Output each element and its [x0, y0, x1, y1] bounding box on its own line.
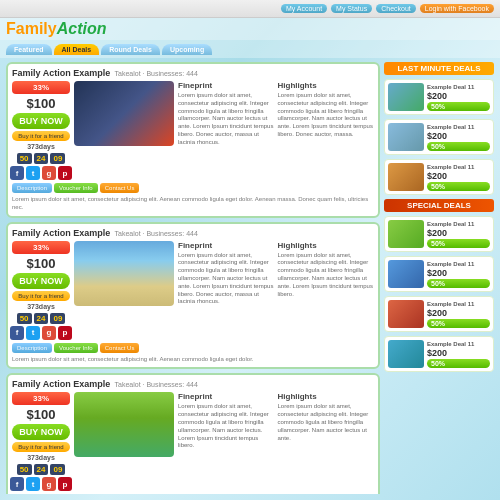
deal-1-tab-contact[interactable]: Contact Us: [100, 183, 140, 193]
deal-card-1: Family Action Example Takealot · Busines…: [6, 62, 380, 218]
deal-3-gift-button[interactable]: Buy it for a friend: [12, 442, 70, 452]
deal-3-timer-m: 24: [34, 464, 49, 475]
special-deal-3-image: [388, 300, 424, 328]
deal-3-title: Family Action Example: [12, 379, 110, 389]
special-deal-4-badge: 50%: [427, 359, 490, 368]
deal-2-twitter-icon[interactable]: t: [26, 326, 40, 340]
deal-1-timer-m: 24: [34, 153, 49, 164]
deal-2-gift-button[interactable]: Buy it for a friend: [12, 291, 70, 301]
tab-upcoming[interactable]: Upcoming: [162, 44, 212, 55]
deal-2-fineprint-text: Lorem ipsum dolor sit amet, consectetur …: [178, 252, 275, 307]
deal-3-facebook-icon[interactable]: f: [10, 477, 24, 491]
deal-1-fineprint: Fineprint Lorem ipsum dolor sit amet, co…: [178, 81, 275, 180]
special-deal-1-badge: 50%: [427, 239, 490, 248]
logo-family-text: Family: [6, 20, 57, 37]
deal-1-gift-button[interactable]: Buy it for a friend: [12, 131, 70, 141]
deal-1-discount-badge: 33%: [12, 81, 70, 94]
deal-2-social: f t g p: [10, 326, 72, 340]
login-facebook-button[interactable]: Login with Facebook: [420, 4, 494, 13]
special-deal-3-label: Example Deal 11: [427, 301, 490, 307]
deal-3-fineprint-title: Fineprint: [178, 392, 275, 401]
deal-2-timer-h: 50: [17, 313, 32, 324]
deal-1-buy-now-button[interactable]: BUY NOW: [12, 113, 70, 129]
deal-3-text-col: Fineprint Lorem ipsum dolor sit amet, co…: [178, 392, 374, 491]
twitter-icon[interactable]: t: [26, 166, 40, 180]
logo-bar: FamilyAction: [0, 18, 500, 40]
deal-3-discount-badge: 33%: [12, 392, 70, 405]
special-deal-3-price: $200: [427, 308, 490, 318]
deal-3-pinterest-icon[interactable]: p: [58, 477, 72, 491]
googleplus-icon[interactable]: g: [42, 166, 56, 180]
deal-card-2: Family Action Example Takealot · Busines…: [6, 222, 380, 370]
last-minute-deal-2-price: $200: [427, 131, 490, 141]
last-minute-deal-1: Example Deal 11 $200 50%: [384, 79, 494, 115]
logo-action-text: Action: [57, 20, 107, 37]
deal-3-googleplus-icon[interactable]: g: [42, 477, 56, 491]
deal-2-timer-s: 09: [50, 313, 65, 324]
special-deal-4-price: $200: [427, 348, 490, 358]
deal-3-social: f t g p: [10, 477, 72, 491]
deal-3-highlights: Highlights Lorem ipsum dolor sit amet, c…: [278, 392, 375, 491]
deal-2-tab-voucher[interactable]: Voucher Info: [54, 343, 98, 353]
deal-1-tab-description[interactable]: Description: [12, 183, 52, 193]
deal-2-pricing-col: 33% $100 BUY NOW Buy it for a friend 373…: [12, 241, 70, 340]
special-deal-4-image: [388, 340, 424, 368]
facebook-icon[interactable]: f: [10, 166, 24, 180]
sidebar-right: LAST MINUTE DEALS Example Deal 11 $200 5…: [384, 62, 494, 494]
deal-1-tab-voucher[interactable]: Voucher Info: [54, 183, 98, 193]
special-deal-4: Example Deal 11 $200 50%: [384, 336, 494, 372]
deal-3-buy-now-button[interactable]: BUY NOW: [12, 424, 70, 440]
last-minute-deal-3: Example Deal 11 $200 50%: [384, 159, 494, 195]
content-area: Family Action Example Takealot · Busines…: [0, 58, 500, 498]
page-wrapper: My Account My Status Checkout Login with…: [0, 0, 500, 500]
last-minute-deal-1-badge: 50%: [427, 102, 490, 111]
last-minute-deal-2-info: Example Deal 11 $200 50%: [427, 124, 490, 151]
deal-1-pricing-col: 33% $100 BUY NOW Buy it for a friend 373…: [12, 81, 70, 180]
deal-2-tab-contact[interactable]: Contact Us: [100, 343, 140, 353]
last-minute-deal-1-label: Example Deal 11: [427, 84, 490, 90]
deal-1-timer: 50 24 09: [17, 153, 66, 164]
deal-3-pricing-col: 33% $100 BUY NOW Buy it for a friend 373…: [12, 392, 70, 491]
site-logo: FamilyAction: [6, 20, 106, 38]
tab-all-deals[interactable]: All Deals: [54, 44, 100, 55]
deal-1-price: $100: [27, 96, 56, 111]
last-minute-deal-2-label: Example Deal 11: [427, 124, 490, 130]
deal-2-highlights: Highlights Lorem ipsum dolor sit amet, c…: [278, 241, 375, 340]
last-minute-deals-title: LAST MINUTE DEALS: [384, 62, 494, 75]
deal-1-social: f t g p: [10, 166, 72, 180]
deal-2-googleplus-icon[interactable]: g: [42, 326, 56, 340]
special-deal-3: Example Deal 11 $200 50%: [384, 296, 494, 332]
tab-featured[interactable]: Featured: [6, 44, 52, 55]
tab-round-deals[interactable]: Round Deals: [101, 44, 160, 55]
my-status-button[interactable]: My Status: [331, 4, 372, 13]
deal-1-text-col: Fineprint Lorem ipsum dolor sit amet, co…: [178, 81, 374, 180]
my-account-button[interactable]: My Account: [281, 4, 327, 13]
main-navigation: Featured All Deals Round Deals Upcoming: [0, 40, 500, 58]
pinterest-icon[interactable]: p: [58, 166, 72, 180]
deal-3-fineprint: Fineprint Lorem ipsum dolor sit amet, co…: [178, 392, 275, 491]
deal-1-highlights: Highlights Lorem ipsum dolor sit amet, c…: [278, 81, 375, 180]
special-deal-4-label: Example Deal 11: [427, 341, 490, 347]
deal-1-days-left: 373days: [27, 143, 55, 150]
special-deal-3-info: Example Deal 11 $200 50%: [427, 301, 490, 328]
deal-2-highlights-title: Highlights: [278, 241, 375, 250]
special-deal-2-label: Example Deal 11: [427, 261, 490, 267]
last-minute-deal-3-price: $200: [427, 171, 490, 181]
special-deal-1-label: Example Deal 11: [427, 221, 490, 227]
checkout-button[interactable]: Checkout: [376, 4, 416, 13]
deal-2-facebook-icon[interactable]: f: [10, 326, 24, 340]
deal-1-sub: Takealot · Businesses: 444: [113, 70, 198, 77]
deal-2-title: Family Action Example: [12, 228, 110, 238]
last-minute-deal-2: Example Deal 11 $200 50%: [384, 119, 494, 155]
deal-2-body: 33% $100 BUY NOW Buy it for a friend 373…: [12, 241, 374, 340]
deal-3-timer-h: 50: [17, 464, 32, 475]
deal-2-pinterest-icon[interactable]: p: [58, 326, 72, 340]
deal-1-highlights-text: Lorem ipsum dolor sit amet, consectetur …: [278, 92, 375, 139]
deal-3-twitter-icon[interactable]: t: [26, 477, 40, 491]
deal-2-tab-description[interactable]: Description: [12, 343, 52, 353]
special-deal-1-price: $200: [427, 228, 490, 238]
special-deals-title: SPECIAL DEALS: [384, 199, 494, 212]
deal-2-buy-now-button[interactable]: BUY NOW: [12, 273, 70, 289]
deal-card-3: Family Action Example Takealot · Busines…: [6, 373, 380, 494]
deal-1-timer-s: 09: [50, 153, 65, 164]
